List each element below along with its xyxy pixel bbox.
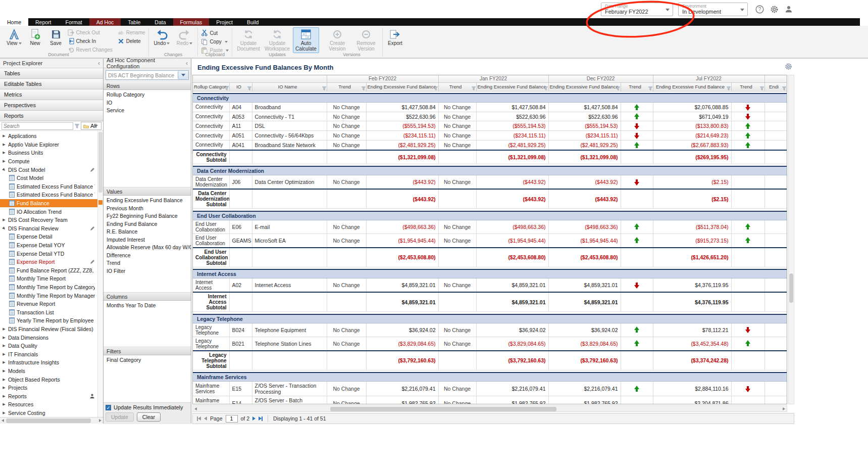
- tab-ad-hoc[interactable]: Ad Hoc: [89, 18, 121, 26]
- export-button[interactable]: Export: [386, 27, 404, 48]
- collapse-panel-icon[interactable]: ‹: [98, 61, 100, 66]
- view-button[interactable]: View: [5, 27, 24, 48]
- expand-arrow-icon[interactable]: ▶: [2, 394, 6, 398]
- table-row[interactable]: ConnectivityA041Broadband State NetworkN…: [193, 140, 787, 150]
- previous-page-button[interactable]: [204, 416, 207, 421]
- sidebar-section-tables[interactable]: Tables: [0, 68, 103, 79]
- table-row[interactable]: Mainframe ServicesE15Z/OS Server - Trans…: [193, 382, 787, 396]
- tree-item-expense-report[interactable]: Expense Report: [0, 258, 103, 266]
- field-item-r-e-balance[interactable]: R.E. Balance: [104, 228, 191, 236]
- tree-item-fund-balance[interactable]: Fund Balance: [0, 199, 103, 208]
- column-header-endi[interactable]: Endi: [764, 82, 787, 91]
- field-item-trend[interactable]: Trend: [104, 259, 191, 267]
- tree-item-applications[interactable]: ▶Applications: [0, 132, 103, 141]
- column-header-ending-excessive-fund-balance[interactable]: Ending Excessive Fund Balance: [653, 82, 731, 91]
- column-header-trend[interactable]: Trend: [731, 82, 764, 91]
- expand-arrow-icon[interactable]: ▶: [2, 344, 6, 348]
- column-header-rollup-category[interactable]: Rollup Category: [193, 82, 229, 91]
- expand-arrow-icon[interactable]: ▶: [2, 369, 6, 373]
- dropdown-button[interactable]: [178, 71, 188, 79]
- expand-arrow-icon[interactable]: ▶: [2, 143, 6, 147]
- delete-button[interactable]: Delete: [118, 38, 145, 44]
- filter-funnel-icon[interactable]: [247, 86, 251, 90]
- expand-arrow-icon[interactable]: ▶: [2, 327, 6, 331]
- scrollbar-thumb[interactable]: [98, 132, 103, 193]
- column-header-ending-excessive-fund-balance[interactable]: Ending Excessive Fund Balance: [366, 82, 438, 91]
- collapse-panel-icon[interactable]: ‹: [186, 61, 188, 66]
- field-item-ending-fund-balance[interactable]: Ending Fund Balance: [104, 220, 191, 228]
- tree-item-monthly-time-report-by-manager[interactable]: Monthly Time Report by Manager: [0, 291, 103, 300]
- filter-funnel-icon[interactable]: [760, 86, 764, 90]
- filter-funnel-icon[interactable]: [616, 86, 620, 90]
- tree-item-expense-detail-ytd[interactable]: Expense Detail YTD: [0, 249, 103, 258]
- tree-item-infrastructure-insights[interactable]: ▶Infrastructure Insights: [0, 358, 103, 367]
- search-input[interactable]: [2, 122, 73, 130]
- filter-funnel-icon[interactable]: [75, 124, 79, 128]
- gear-icon[interactable]: [770, 5, 779, 14]
- tree-item-service-costing[interactable]: ▶Service Costing: [0, 409, 103, 417]
- report-settings-gear-icon[interactable]: [785, 63, 792, 70]
- field-item-difference[interactable]: Difference: [104, 252, 191, 260]
- filter-funnel-icon[interactable]: [544, 86, 548, 90]
- create-version-button[interactable]: Create Version: [324, 27, 350, 53]
- tree-item-revenue-report[interactable]: Revenue Report: [0, 300, 103, 308]
- tab-project[interactable]: Project: [209, 18, 240, 26]
- tree-item-data-dimensions[interactable]: ▶Data Dimensions: [0, 333, 103, 342]
- environment-dropdown[interactable]: Environment In Development: [678, 3, 748, 16]
- tree-item-expense-detail-yoy[interactable]: Expense Detail YOY: [0, 241, 103, 250]
- sidebar-section-perspectives[interactable]: Perspectives: [0, 100, 103, 111]
- tree-item-dis-cost-recovery-team[interactable]: ▶DIS Cost Recovery Team: [0, 216, 103, 224]
- expand-arrow-icon[interactable]: ▶: [2, 218, 6, 222]
- column-header-trend[interactable]: Trend: [621, 82, 653, 91]
- sidebar-section-reports[interactable]: Reports: [0, 111, 103, 121]
- filter-funnel-icon[interactable]: [782, 86, 786, 90]
- expand-arrow-icon[interactable]: ▶: [2, 352, 6, 356]
- tab-format[interactable]: Format: [59, 18, 89, 26]
- tree-item-dis-financial-review[interactable]: ▶DIS Financial Review: [0, 224, 103, 233]
- check-out-button[interactable]: Check Out: [68, 29, 113, 36]
- table-row[interactable]: ConnectivityA051Connectivity - 56/64Kbps…: [193, 131, 787, 141]
- next-page-button[interactable]: [252, 416, 256, 421]
- date-range-dropdown[interactable]: Date Range February FY2022: [601, 3, 673, 16]
- filter-funnel-icon[interactable]: [225, 86, 229, 90]
- table-row[interactable]: Internet AccessA02Internet AccessNo Chan…: [193, 278, 787, 293]
- table-row[interactable]: End User CollaborationE06E-mailNo Change…: [193, 220, 787, 234]
- scrollbar-thumb[interactable]: [330, 407, 556, 411]
- scroll-right-icon[interactable]: [783, 407, 785, 410]
- table-row[interactable]: ConnectivityA053Connectivity - T1No Chan…: [193, 112, 787, 121]
- update-document-button[interactable]: Update Document: [235, 27, 262, 53]
- table-row[interactable]: ConnectivityA04BroadbandNo Change$1,427,…: [193, 103, 787, 112]
- expand-arrow-icon[interactable]: ▶: [2, 336, 6, 340]
- search-scope-dropdown[interactable]: All: [81, 122, 101, 130]
- tree-item-data-quality[interactable]: ▶Data Quality: [0, 342, 103, 350]
- sidebar-horizontal-scrollbar[interactable]: [0, 417, 103, 424]
- tree-item-compute[interactable]: ▶Compute: [0, 157, 103, 166]
- tab-formulas[interactable]: Formulas: [173, 18, 210, 26]
- field-item-io[interactable]: IO: [104, 99, 191, 107]
- tree-item-it-financials[interactable]: ▶IT Financials: [0, 350, 103, 358]
- cut-button[interactable]: Cut: [201, 29, 229, 36]
- expand-arrow-icon[interactable]: ▶: [2, 402, 6, 406]
- update-workspace-button[interactable]: Update Workspace: [264, 27, 290, 53]
- expand-arrow-icon[interactable]: ▶: [2, 411, 6, 415]
- field-item-previous-month[interactable]: Previous Month: [104, 205, 191, 213]
- tab-data[interactable]: Data: [147, 18, 173, 26]
- scroll-left-icon[interactable]: [194, 407, 197, 410]
- sidebar-section-editable-tables[interactable]: Editable Tables: [0, 79, 103, 89]
- new-button[interactable]: New: [26, 27, 44, 48]
- tree-item-dis-financial-review-fiscal-slides[interactable]: ▶DIS Financial Review (Fiscal Slides): [0, 325, 103, 334]
- filter-funnel-icon[interactable]: [472, 86, 476, 90]
- tree-item-expense-detail[interactable]: Expense Detail: [0, 232, 103, 241]
- tab-report[interactable]: Report: [28, 18, 59, 26]
- table-row[interactable]: Mainframe ServicesE14Z/OS Server - Batch…: [193, 396, 787, 404]
- filter-funnel-icon[interactable]: [322, 86, 326, 90]
- tree-item-io-allocation-trend[interactable]: IO Allocation Trend: [0, 207, 103, 216]
- rename-button[interactable]: ab Rename: [118, 29, 145, 36]
- table-row[interactable]: End User CollaborationGEAMSMicroSoft EAN…: [193, 234, 787, 248]
- expand-arrow-icon[interactable]: ▶: [2, 378, 6, 382]
- tree-item-cost-model[interactable]: Cost Model: [0, 174, 103, 182]
- check-in-button[interactable]: Check In: [68, 38, 113, 44]
- redo-button[interactable]: Redo: [174, 27, 194, 48]
- tree-item-apptio-value-explorer[interactable]: ▶Apptio Value Explorer: [0, 141, 103, 149]
- expand-arrow-icon[interactable]: ▶: [2, 159, 6, 163]
